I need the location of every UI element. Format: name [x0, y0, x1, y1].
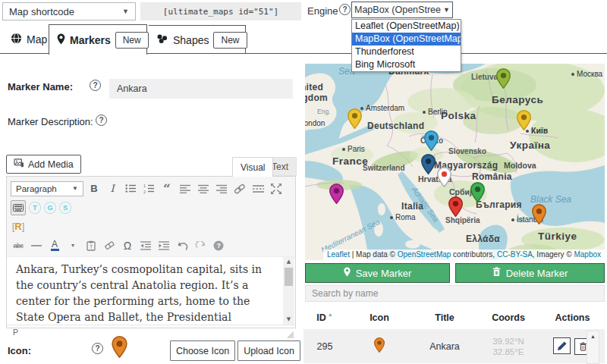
table-header-id[interactable]: ID▲: [304, 312, 346, 323]
undo-icon[interactable]: [175, 238, 190, 253]
map-label: Moldova: [504, 161, 536, 170]
blockquote-icon[interactable]: “: [159, 181, 175, 196]
map-marker-pin[interactable]: [437, 167, 451, 190]
fullscreen-icon[interactable]: [269, 181, 284, 196]
marker-search-input[interactable]: Search by name: [305, 285, 605, 302]
special-character-icon[interactable]: Ω: [120, 238, 135, 253]
leaflet-link[interactable]: Leaflet: [327, 250, 350, 259]
row-lng: 32.85°E: [476, 347, 540, 357]
map-canvas[interactable]: SeaDanmarkМоскваLietuvaБеларусьUnitedKin…: [305, 64, 605, 260]
indent-icon[interactable]: [156, 238, 171, 253]
save-marker-button[interactable]: Save Marker: [305, 263, 450, 283]
map-label: Black Sea: [530, 194, 571, 205]
engine-option[interactable]: Bing Microsoft: [352, 58, 461, 71]
map-label: Türkiye: [538, 231, 577, 242]
table-header-title: Title: [413, 312, 476, 323]
tab-map-label: Map: [27, 33, 47, 46]
tab-map[interactable]: Map: [3, 25, 55, 54]
map-marker-pin[interactable]: [348, 108, 362, 132]
shortcode-r-icon[interactable]: [R]: [11, 219, 26, 234]
tab-shapes-label: Shapes: [173, 34, 209, 46]
mapbox-link[interactable]: Mapbox: [574, 250, 601, 259]
upload-icon-button[interactable]: Upload Icon: [237, 340, 300, 361]
tab-shapes[interactable]: Shapes New: [149, 25, 246, 54]
marker-description-help-icon[interactable]: ?: [96, 115, 107, 126]
shapes-new-button[interactable]: New: [213, 32, 247, 49]
shortcode-type-value: Map shortcode: [9, 6, 74, 17]
delete-marker-button[interactable]: Delete Marker: [455, 263, 605, 283]
plugin-t-icon[interactable]: T: [29, 202, 41, 214]
map-marker-pin[interactable]: [448, 196, 463, 220]
engine-help-icon[interactable]: ?: [339, 4, 351, 15]
horizontal-rule-icon[interactable]: [29, 238, 44, 253]
markers-table-row[interactable]: 295 Ankara 39.92°N 32.85°E: [304, 329, 605, 363]
text-color-icon[interactable]: A: [47, 238, 62, 253]
engine-dropdown: Leaflet (OpenStreetMap)MapBox (OpenStree…: [351, 19, 461, 72]
strikethrough-icon[interactable]: abc: [11, 238, 26, 253]
marker-name-help-icon[interactable]: ?: [90, 80, 101, 91]
text-color-dropdown-icon[interactable]: ▾: [65, 238, 80, 253]
license-link[interactable]: CC-BY-SA: [497, 250, 533, 259]
chevron-down-icon: ▼: [122, 8, 129, 15]
numbered-list-icon[interactable]: 12: [141, 181, 156, 196]
link-icon[interactable]: [232, 181, 247, 196]
marker-name-input[interactable]: Ankara: [109, 79, 293, 99]
table-scrollbar[interactable]: ▲: [587, 331, 599, 364]
shortcode-type-select[interactable]: Map shortcode ▼: [2, 2, 136, 20]
bold-icon[interactable]: B: [86, 181, 102, 196]
italic-icon[interactable]: I: [105, 181, 120, 196]
osm-link[interactable]: OpenStreetMap: [398, 250, 451, 259]
align-right-icon[interactable]: [214, 181, 229, 196]
edit-marker-button[interactable]: [553, 337, 571, 354]
read-more-icon[interactable]: [250, 181, 266, 196]
choose-icon-button[interactable]: Choose Icon: [170, 340, 235, 361]
editor-scrollbar[interactable]: ▲ ▼: [283, 257, 294, 325]
paragraph-format-select[interactable]: Paragraph ▼: [11, 181, 83, 196]
markers-new-button[interactable]: New: [115, 32, 149, 49]
map-marker-pin[interactable]: [532, 204, 546, 228]
map-marker-pin[interactable]: [470, 182, 485, 206]
align-center-icon[interactable]: [196, 181, 211, 196]
tab-markers-label: Markers: [70, 34, 111, 46]
shortcode-value: [ultimate_maps id="51"]: [163, 7, 278, 17]
table-header-actions: Actions: [540, 312, 605, 323]
map-marker-pin[interactable]: [329, 184, 344, 207]
clear-formatting-icon[interactable]: [102, 238, 117, 253]
plugin-s-icon[interactable]: S: [59, 202, 71, 214]
outdent-icon[interactable]: [138, 238, 153, 253]
align-left-icon[interactable]: [178, 181, 193, 196]
engine-option[interactable]: MapBox (OpenStreetMap): [352, 33, 461, 46]
map-marker-pin[interactable]: [424, 130, 439, 154]
tab-markers[interactable]: Markers New: [49, 24, 147, 55]
map-pin-icon: [57, 33, 65, 47]
map-marker-pin[interactable]: [496, 68, 511, 92]
media-icon: [14, 158, 24, 170]
help-icon[interactable]: ?: [211, 238, 226, 253]
scroll-down-icon[interactable]: ▼: [283, 315, 294, 325]
row-marker-icon: [346, 337, 413, 355]
paste-as-text-icon[interactable]: T: [83, 238, 99, 253]
toolbar-toggle-icon[interactable]: [11, 200, 26, 215]
scroll-up-icon[interactable]: ▲: [283, 257, 294, 267]
shortcode-field[interactable]: [ultimate_maps id="51"]: [140, 2, 301, 20]
redo-icon[interactable]: [193, 238, 208, 253]
scroll-up-icon[interactable]: ▲: [587, 331, 599, 341]
engine-option[interactable]: Leaflet (OpenStreetMap): [352, 20, 461, 33]
plugin-g-icon[interactable]: G: [44, 202, 56, 214]
add-media-button[interactable]: Add Media: [6, 155, 81, 174]
map-label: Kingdom: [305, 93, 328, 103]
editor-content[interactable]: Ankara, Turkey’s cosmopolitan capital, s…: [7, 257, 295, 325]
map-label: România: [472, 171, 512, 182]
engine-option[interactable]: Thunderforest: [352, 46, 461, 58]
engine-select[interactable]: MapBox (OpenStreetMap) ▼: [351, 2, 453, 18]
bullet-list-icon[interactable]: [123, 181, 138, 196]
resize-grip-icon[interactable]: [286, 331, 294, 340]
chevron-down-icon: ▼: [72, 185, 78, 192]
map-label: Paris: [342, 145, 365, 153]
map-marker-pin[interactable]: [517, 110, 531, 133]
editor-tab-visual[interactable]: Visual: [232, 157, 273, 177]
scroll-thumb[interactable]: [285, 268, 293, 286]
map-label: Deutschland: [367, 121, 424, 131]
map-marker-pin[interactable]: [421, 154, 436, 177]
icon-help-icon[interactable]: ?: [92, 343, 103, 354]
